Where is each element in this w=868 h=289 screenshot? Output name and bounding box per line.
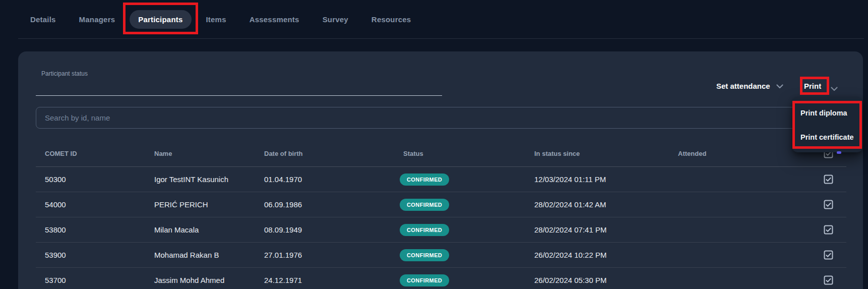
row-select-checkbox[interactable]: [824, 200, 833, 209]
chevron-down-icon[interactable]: [831, 84, 838, 93]
row-select-checkbox[interactable]: [824, 225, 833, 235]
cell-select: [810, 175, 846, 184]
cell-in-status-since: 26/02/2024 10:22 PM: [534, 251, 678, 259]
row-select-checkbox[interactable]: [824, 250, 833, 260]
cell-dob: 08.09.1949: [264, 225, 403, 234]
column-header-attended: Attended: [678, 150, 810, 157]
cell-name: Mohamad Rakan B: [154, 251, 264, 259]
indigo-accent-mark: [837, 151, 841, 154]
tab-items[interactable]: Items: [206, 15, 226, 24]
cell-dob: 06.09.1986: [264, 200, 403, 209]
column-header-name: Name: [154, 150, 264, 157]
cell-status: CONFIRMED: [403, 199, 534, 211]
cell-name: Igor TestINT Kasunich: [154, 175, 264, 184]
cell-comet-id: 53800: [36, 225, 154, 234]
table-header-row: COMET ID Name Date of birth Status In st…: [36, 140, 846, 167]
cell-dob: 27.01.1976: [264, 251, 403, 259]
menu-item-print-certificate[interactable]: Print certificate: [792, 125, 862, 149]
cell-in-status-since: 12/03/2024 01:11 PM: [534, 175, 678, 184]
cell-select: [810, 200, 846, 209]
chevron-down-icon: [776, 82, 783, 90]
set-attendance-button[interactable]: Set attendance: [716, 82, 783, 90]
tab-survey[interactable]: Survey: [323, 15, 348, 24]
table-row: 50300Igor TestINT Kasunich01.04.1970CONF…: [36, 167, 846, 192]
cell-comet-id: 53900: [36, 251, 154, 259]
column-header-status: Status: [403, 150, 534, 157]
participant-status-label: Participant status: [41, 70, 88, 77]
cell-comet-id: 50300: [36, 175, 154, 184]
column-header-date-of-birth: Date of birth: [264, 150, 403, 157]
tab-participants-wrap: Participants: [130, 10, 191, 29]
cell-status: CONFIRMED: [403, 224, 534, 236]
tab-managers[interactable]: Managers: [79, 15, 115, 24]
row-select-checkbox[interactable]: [824, 275, 833, 285]
cell-status: CONFIRMED: [403, 174, 534, 186]
cell-select: [810, 250, 846, 260]
cell-name: Milan Macala: [154, 225, 264, 234]
menu-item-print-diploma[interactable]: Print diploma: [792, 101, 862, 125]
cell-status: CONFIRMED: [403, 274, 534, 286]
table-row: 53700Jassim Mohd Ahmed24.12.1971CONFIRME…: [36, 268, 846, 289]
cell-dob: 01.04.1970: [264, 175, 403, 184]
cell-select: [810, 225, 846, 235]
cell-comet-id: 54000: [36, 200, 154, 209]
row-select-checkbox[interactable]: [824, 175, 833, 184]
tab-bar-divider: [18, 38, 864, 39]
column-header-comet-id: COMET ID: [36, 150, 154, 157]
status-badge: CONFIRMED: [400, 224, 449, 236]
print-menu: Print diploma Print certificate: [792, 97, 862, 152]
participants-table: COMET ID Name Date of birth Status In st…: [36, 140, 846, 289]
cell-select: [810, 275, 846, 285]
status-badge: CONFIRMED: [400, 274, 449, 286]
status-badge: CONFIRMED: [400, 249, 449, 261]
set-attendance-label: Set attendance: [716, 82, 770, 90]
participant-status-select[interactable]: [36, 81, 442, 96]
status-badge: CONFIRMED: [400, 199, 449, 211]
participants-screen: Details Managers Participants Items Asse…: [0, 0, 868, 289]
table-row: 53800Milan Macala08.09.1949CONFIRMED28/0…: [36, 217, 846, 243]
cell-name: PERIĆ PERICH: [154, 200, 264, 209]
cell-name: Jassim Mohd Ahmed: [154, 276, 264, 284]
tab-details[interactable]: Details: [30, 15, 56, 24]
tab-bar: Details Managers Participants Items Asse…: [30, 0, 411, 38]
column-header-in-status-since: In status since: [534, 150, 678, 157]
cell-in-status-since: 28/02/2024 07:41 PM: [534, 225, 678, 234]
tab-resources[interactable]: Resources: [371, 15, 411, 24]
participants-card: Participant status Set attendance Print …: [18, 51, 863, 289]
cell-in-status-since: 26/02/2024 05:30 PM: [534, 276, 678, 284]
status-badge: CONFIRMED: [400, 174, 449, 186]
tab-assessments[interactable]: Assessments: [250, 15, 299, 24]
table-row: 53900Mohamad Rakan B27.01.1976CONFIRMED2…: [36, 243, 846, 268]
cell-status: CONFIRMED: [403, 249, 534, 261]
table-body: 50300Igor TestINT Kasunich01.04.1970CONF…: [36, 167, 846, 289]
cell-in-status-since: 28/02/2024 01:42 AM: [534, 200, 678, 209]
cell-dob: 24.12.1971: [264, 276, 403, 284]
table-row: 54000PERIĆ PERICH06.09.1986CONFIRMED28/0…: [36, 192, 846, 217]
print-button[interactable]: Print: [804, 82, 821, 90]
tab-participants[interactable]: Participants: [130, 10, 191, 29]
cell-comet-id: 53700: [36, 276, 154, 284]
search-input[interactable]: [36, 107, 845, 129]
